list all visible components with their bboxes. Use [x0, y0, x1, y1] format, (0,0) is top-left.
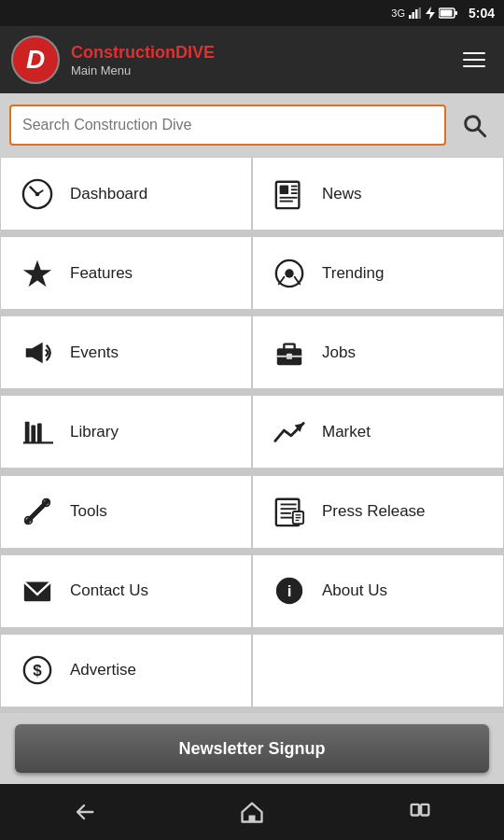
library-icon — [20, 414, 55, 450]
hamburger-line-1 — [463, 52, 485, 54]
home-button[interactable] — [224, 793, 280, 831]
charging-icon — [426, 7, 435, 20]
events-svg — [21, 337, 53, 369]
press-release-label: Press Release — [322, 502, 426, 521]
jobs-icon — [272, 335, 307, 371]
search-button[interactable] — [454, 105, 495, 146]
back-button[interactable] — [56, 793, 112, 831]
svg-rect-53 — [421, 805, 428, 816]
status-icons: 3G — [391, 7, 457, 20]
status-time: 5:04 — [469, 6, 495, 21]
status-bar: 3G 5:04 — [0, 0, 504, 26]
menu-item-news[interactable]: News — [253, 158, 504, 231]
svg-rect-0 — [409, 15, 412, 19]
trending-label: Trending — [322, 264, 384, 283]
svg-rect-24 — [284, 343, 294, 351]
news-icon — [272, 176, 307, 212]
menu-item-library[interactable]: Library — [1, 396, 252, 469]
about-us-label: About Us — [322, 581, 387, 600]
menu-item-empty — [253, 635, 504, 707]
advertise-svg: $ — [21, 654, 53, 686]
press-release-icon — [272, 494, 307, 529]
market-label: Market — [322, 423, 371, 441]
news-label: News — [322, 185, 362, 203]
brand-name: ConstructionDIVE — [71, 43, 444, 63]
svg-rect-6 — [440, 10, 452, 17]
svg-rect-2 — [415, 9, 418, 19]
menu-item-advertise[interactable]: $ Advertise — [1, 635, 252, 707]
advertise-icon: $ — [20, 652, 55, 688]
header-title-area: ConstructionDIVE Main Menu — [71, 43, 444, 77]
menu-item-press-release[interactable]: Press Release — [253, 476, 504, 549]
market-svg — [273, 416, 305, 448]
svg-line-9 — [478, 129, 485, 136]
search-area — [0, 93, 504, 157]
jobs-svg — [273, 337, 305, 369]
logo-letter: D — [26, 45, 45, 75]
svg-marker-4 — [426, 7, 435, 20]
trending-svg — [273, 258, 305, 289]
app-header: D ConstructionDIVE Main Menu — [0, 26, 504, 93]
dashboard-label: Dashboard — [70, 185, 147, 203]
features-icon — [20, 256, 55, 291]
menu-item-market[interactable]: Market — [253, 396, 504, 469]
tools-svg — [21, 496, 53, 527]
jobs-label: Jobs — [322, 343, 356, 362]
header-subtitle: Main Menu — [71, 63, 444, 77]
svg-rect-1 — [412, 12, 414, 19]
signal-icon — [409, 7, 422, 19]
svg-point-11 — [35, 191, 40, 196]
svg-marker-19 — [23, 259, 51, 286]
menu-grid: Dashboard News Features — [0, 157, 504, 713]
press-release-svg — [273, 496, 305, 527]
contact-us-svg — [21, 575, 53, 607]
home-icon — [239, 799, 265, 825]
library-label: Library — [70, 423, 119, 441]
dashboard-icon — [20, 176, 55, 212]
dashboard-svg — [21, 178, 53, 210]
events-label: Events — [70, 343, 119, 362]
search-input[interactable] — [9, 105, 446, 146]
svg-rect-29 — [31, 425, 35, 442]
hamburger-line-2 — [463, 59, 485, 61]
menu-item-trending[interactable]: Trending — [253, 237, 504, 310]
svg-line-35 — [32, 501, 48, 517]
recents-icon — [407, 799, 433, 825]
svg-rect-7 — [455, 11, 457, 15]
newsletter-signup-button[interactable]: Newsletter Signup — [15, 724, 489, 773]
trending-icon — [272, 256, 307, 291]
contact-us-label: Contact Us — [70, 581, 148, 600]
recents-button[interactable] — [392, 793, 448, 831]
menu-item-tools[interactable]: Tools — [1, 476, 252, 549]
svg-text:i: i — [287, 582, 292, 600]
svg-rect-51 — [249, 816, 256, 822]
app-logo: D — [11, 35, 60, 84]
market-icon — [272, 414, 307, 450]
news-svg — [273, 178, 305, 210]
menu-item-events[interactable]: Events — [1, 316, 252, 389]
contact-us-icon — [20, 573, 55, 609]
features-label: Features — [70, 264, 133, 283]
features-svg — [21, 258, 53, 289]
hamburger-line-3 — [463, 65, 485, 67]
svg-rect-28 — [25, 422, 30, 443]
library-svg — [21, 416, 53, 448]
network-indicator: 3G — [391, 7, 405, 19]
menu-item-jobs[interactable]: Jobs — [253, 316, 504, 389]
search-icon — [461, 112, 487, 138]
menu-item-contact-us[interactable]: Contact Us — [1, 555, 252, 628]
menu-item-dashboard[interactable]: Dashboard — [1, 158, 252, 231]
menu-item-about-us[interactable]: i About Us — [253, 555, 504, 628]
advertise-label: Advertise — [70, 661, 136, 679]
menu-item-features[interactable]: Features — [1, 237, 252, 310]
battery-icon — [439, 7, 457, 19]
tools-label: Tools — [70, 502, 107, 521]
back-icon — [71, 799, 97, 825]
about-us-svg: i — [273, 575, 305, 607]
bottom-nav — [0, 784, 504, 840]
svg-rect-3 — [418, 7, 421, 19]
hamburger-menu[interactable] — [455, 45, 493, 75]
svg-point-21 — [285, 269, 293, 277]
events-icon — [20, 335, 55, 371]
svg-rect-30 — [37, 423, 42, 442]
